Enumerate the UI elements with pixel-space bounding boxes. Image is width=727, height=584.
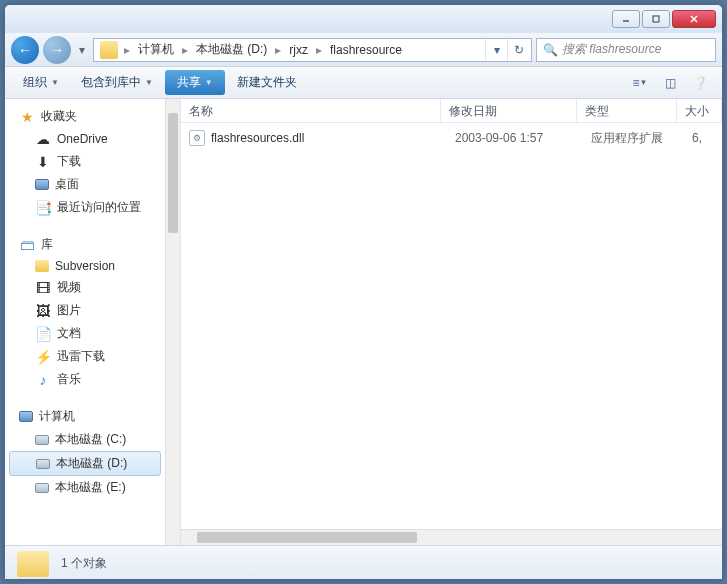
chevron-right-icon[interactable]: ▸ bbox=[273, 43, 283, 57]
onedrive-icon: ☁ bbox=[35, 131, 51, 147]
video-icon: 🎞 bbox=[35, 280, 51, 296]
breadcrumb-item[interactable]: 计算机 bbox=[132, 39, 180, 61]
file-type: 应用程序扩展 bbox=[591, 130, 691, 147]
sidebar-item-pictures[interactable]: 🖼图片 bbox=[5, 299, 165, 322]
library-icon: 🗃 bbox=[19, 237, 35, 253]
status-text: 1 个对象 bbox=[61, 555, 107, 572]
statusbar: 1 个对象 bbox=[5, 545, 722, 580]
breadcrumb-item[interactable]: 本地磁盘 (D:) bbox=[190, 39, 273, 61]
drive-icon bbox=[36, 459, 50, 469]
search-input[interactable]: 🔍 搜索 flashresource bbox=[536, 38, 716, 62]
forward-button[interactable]: → bbox=[43, 36, 71, 64]
drive-icon bbox=[35, 483, 49, 493]
column-name[interactable]: 名称 bbox=[181, 99, 441, 122]
sidebar-computer-header[interactable]: 计算机 bbox=[5, 405, 165, 428]
star-icon: ★ bbox=[19, 109, 35, 125]
sidebar-item-documents[interactable]: 📄文档 bbox=[5, 322, 165, 345]
include-in-library-button[interactable]: 包含到库中▼ bbox=[71, 70, 163, 95]
computer-icon bbox=[19, 411, 33, 422]
nav-history-dropdown[interactable]: ▾ bbox=[75, 40, 89, 60]
music-icon: ♪ bbox=[35, 372, 51, 388]
folder-icon bbox=[17, 551, 49, 577]
search-placeholder: 搜索 flashresource bbox=[562, 41, 661, 58]
column-type[interactable]: 类型 bbox=[577, 99, 677, 122]
breadcrumb[interactable]: ▸ 计算机 ▸ 本地磁盘 (D:) ▸ rjxz ▸ flashresource… bbox=[93, 38, 532, 62]
file-list-body[interactable]: ⚙ flashresources.dll 2003-09-06 1:57 应用程… bbox=[181, 123, 722, 529]
view-options-button[interactable]: ≡ ▼ bbox=[628, 72, 652, 94]
sidebar-item-desktop[interactable]: 桌面 bbox=[5, 173, 165, 196]
sidebar-item-drive-c[interactable]: 本地磁盘 (C:) bbox=[5, 428, 165, 451]
breadcrumb-item[interactable]: flashresource bbox=[324, 39, 408, 61]
explorer-window: ← → ▾ ▸ 计算机 ▸ 本地磁盘 (D:) ▸ rjxz ▸ flashre… bbox=[4, 4, 723, 580]
chevron-right-icon[interactable]: ▸ bbox=[314, 43, 324, 57]
file-size: 6, bbox=[691, 131, 714, 145]
sidebar-item-drive-e[interactable]: 本地磁盘 (E:) bbox=[5, 476, 165, 499]
help-button[interactable]: ❔ bbox=[688, 72, 712, 94]
sidebar-item-recent[interactable]: 📑最近访问的位置 bbox=[5, 196, 165, 219]
organize-button[interactable]: 组织▼ bbox=[13, 70, 69, 95]
document-icon: 📄 bbox=[35, 326, 51, 342]
sidebar-item-subversion[interactable]: Subversion bbox=[5, 256, 165, 276]
folder-icon bbox=[35, 260, 49, 272]
dll-icon: ⚙ bbox=[189, 130, 205, 146]
column-headers: 名称 修改日期 类型 大小 bbox=[181, 99, 722, 123]
search-icon: 🔍 bbox=[543, 43, 558, 57]
share-button[interactable]: 共享▼ bbox=[165, 70, 225, 95]
thunder-icon: ⚡ bbox=[35, 349, 51, 365]
svg-rect-1 bbox=[653, 16, 659, 22]
sidebar-item-drive-d[interactable]: 本地磁盘 (D:) bbox=[9, 451, 161, 476]
folder-icon bbox=[100, 41, 118, 59]
close-button[interactable] bbox=[672, 10, 716, 28]
column-date[interactable]: 修改日期 bbox=[441, 99, 577, 122]
file-list: 名称 修改日期 类型 大小 ⚙ flashresources.dll 2003-… bbox=[180, 99, 722, 545]
drive-icon bbox=[35, 435, 49, 445]
breadcrumb-dropdown[interactable]: ▾ bbox=[485, 39, 507, 61]
sidebar-favorites-header[interactable]: ★收藏夹 bbox=[5, 105, 165, 128]
sidebar-libraries-header[interactable]: 🗃库 bbox=[5, 233, 165, 256]
maximize-button[interactable] bbox=[642, 10, 670, 28]
sidebar: ★收藏夹 ☁OneDrive ⬇下载 桌面 📑最近访问的位置 🗃库 Subver… bbox=[5, 99, 180, 545]
recent-icon: 📑 bbox=[35, 200, 51, 216]
preview-pane-button[interactable]: ◫ bbox=[658, 72, 682, 94]
file-name: flashresources.dll bbox=[211, 131, 455, 145]
file-date: 2003-09-06 1:57 bbox=[455, 131, 591, 145]
sidebar-item-thunder[interactable]: ⚡迅雷下载 bbox=[5, 345, 165, 368]
sidebar-item-downloads[interactable]: ⬇下载 bbox=[5, 150, 165, 173]
content-area: ★收藏夹 ☁OneDrive ⬇下载 桌面 📑最近访问的位置 🗃库 Subver… bbox=[5, 99, 722, 545]
breadcrumb-item[interactable]: rjxz bbox=[283, 39, 314, 61]
navbar: ← → ▾ ▸ 计算机 ▸ 本地磁盘 (D:) ▸ rjxz ▸ flashre… bbox=[5, 33, 722, 67]
desktop-icon bbox=[35, 179, 49, 190]
toolbar: 组织▼ 包含到库中▼ 共享▼ 新建文件夹 ≡ ▼ ◫ ❔ bbox=[5, 67, 722, 99]
new-folder-button[interactable]: 新建文件夹 bbox=[227, 70, 307, 95]
titlebar bbox=[5, 5, 722, 33]
file-row[interactable]: ⚙ flashresources.dll 2003-09-06 1:57 应用程… bbox=[181, 127, 722, 149]
chevron-right-icon[interactable]: ▸ bbox=[122, 43, 132, 57]
refresh-button[interactable]: ↻ bbox=[507, 39, 529, 61]
minimize-button[interactable] bbox=[612, 10, 640, 28]
back-button[interactable]: ← bbox=[11, 36, 39, 64]
sidebar-item-onedrive[interactable]: ☁OneDrive bbox=[5, 128, 165, 150]
sidebar-item-music[interactable]: ♪音乐 bbox=[5, 368, 165, 391]
downloads-icon: ⬇ bbox=[35, 154, 51, 170]
column-size[interactable]: 大小 bbox=[677, 99, 722, 122]
sidebar-scrollbar[interactable] bbox=[165, 99, 180, 545]
chevron-right-icon[interactable]: ▸ bbox=[180, 43, 190, 57]
horizontal-scrollbar[interactable] bbox=[181, 529, 722, 545]
sidebar-item-videos[interactable]: 🎞视频 bbox=[5, 276, 165, 299]
picture-icon: 🖼 bbox=[35, 303, 51, 319]
